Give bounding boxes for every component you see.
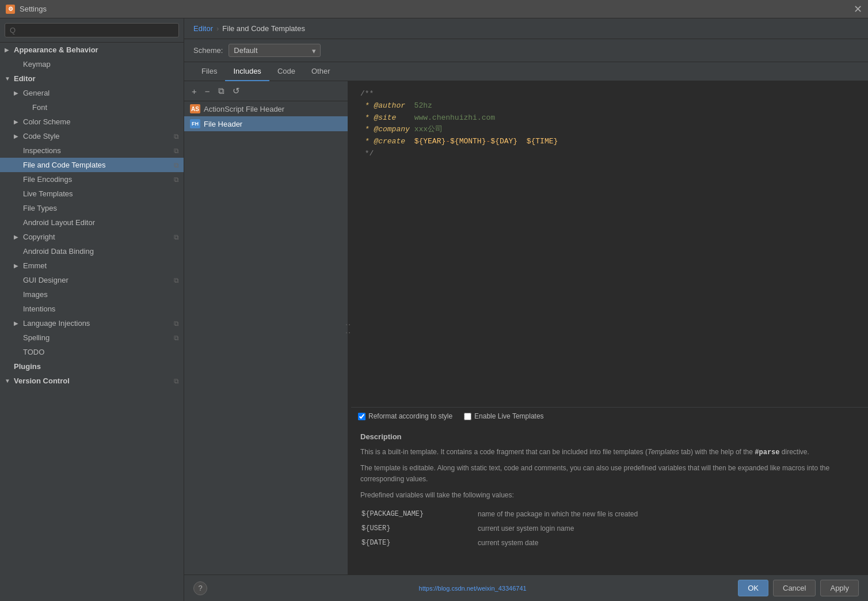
- sidebar-item-codestyle[interactable]: ▶Code Style⧉: [0, 129, 184, 143]
- sidebar-item-filetypes[interactable]: File Types: [0, 201, 184, 215]
- copy-icon: ⧉: [174, 334, 179, 342]
- sidebar-item-label: Spelling: [23, 333, 174, 342]
- table-row: ${DATE} current system date: [361, 537, 858, 550]
- file-item-label: File Header: [204, 120, 242, 128]
- arrow-icon: ▶: [14, 119, 23, 125]
- split-panel: + − ⧉ ↺ AS ActionScript File Header FH F…: [184, 81, 868, 575]
- sidebar-item-spelling[interactable]: Spelling⧉: [0, 330, 184, 345]
- actionscript-icon: AS: [190, 104, 200, 113]
- tab-code[interactable]: Code: [269, 62, 303, 81]
- breadcrumb-parent[interactable]: Editor: [193, 24, 213, 33]
- ok-button[interactable]: OK: [738, 580, 768, 596]
- table-row: ${PACKAGE_NAME} name of the package in w…: [361, 508, 858, 521]
- sidebar-item-filecodetemplates[interactable]: File and Code Templates⧉: [0, 158, 184, 172]
- sidebar-item-images[interactable]: Images: [0, 287, 184, 302]
- copy-button[interactable]: ⧉: [215, 85, 227, 97]
- arrow-icon: ▶: [14, 263, 23, 269]
- file-item-label: ActionScript File Header: [204, 105, 284, 113]
- scheme-select[interactable]: Default Project: [229, 44, 321, 57]
- sidebar-item-guidesigner[interactable]: GUI Designer⧉: [0, 273, 184, 287]
- sidebar-item-intentions[interactable]: Intentions: [0, 302, 184, 316]
- content-area: Editor › File and Code Templates Scheme:…: [184, 18, 868, 601]
- var-name-3: ${DATE}: [361, 537, 477, 550]
- apply-button[interactable]: Apply: [820, 580, 859, 596]
- description-title: Description: [360, 432, 859, 441]
- add-button[interactable]: +: [189, 85, 200, 97]
- arrow-icon: ▶: [14, 90, 23, 96]
- sidebar-search-area: [0, 18, 184, 43]
- description-variables-table: ${PACKAGE_NAME} name of the package in w…: [360, 507, 859, 551]
- description-panel: Description This is a built-in template.…: [351, 425, 868, 575]
- sidebar-item-copyright[interactable]: ▶Copyright⧉: [0, 230, 184, 244]
- sidebar-item-label: Emmet: [23, 261, 179, 270]
- cancel-button[interactable]: Cancel: [773, 580, 816, 596]
- bottom-bar: ? https://blog.csdn.net/weixin_43346741 …: [184, 575, 868, 601]
- title-bar: ⚙ Settings ✕: [0, 0, 868, 18]
- arrow-icon: ▼: [5, 378, 14, 384]
- help-button[interactable]: ?: [193, 581, 207, 595]
- sidebar-item-label: Copyright: [23, 233, 174, 241]
- copy-icon: ⧉: [174, 161, 179, 169]
- copy-icon: ⧉: [174, 132, 179, 140]
- sidebar-item-fileencodings[interactable]: File Encodings⧉: [0, 172, 184, 187]
- arrow-icon: ▶: [14, 133, 23, 139]
- copy-icon: ⧉: [174, 176, 179, 184]
- sidebar-item-emmet[interactable]: ▶Emmet: [0, 258, 184, 273]
- sidebar-item-inspections[interactable]: Inspections⧉: [0, 143, 184, 158]
- sidebar-item-colorscheme[interactable]: ▶Color Scheme: [0, 115, 184, 129]
- sidebar-item-languageinjections[interactable]: ▶Language Injections⧉: [0, 316, 184, 330]
- scheme-label: Scheme:: [193, 46, 223, 55]
- sidebar-item-androidlayouteditor[interactable]: Android Layout Editor: [0, 215, 184, 230]
- code-panel: /** * @author 52hz * @site www.chenhuizh…: [351, 81, 868, 425]
- sidebar-item-versioncontrol[interactable]: ▼Version Control⧉: [0, 374, 184, 388]
- copy-icon: ⧉: [174, 319, 179, 328]
- var-desc-3: current system date: [478, 537, 858, 550]
- sidebar-item-editor[interactable]: ▼Editor: [0, 71, 184, 86]
- scheme-select-wrapper: Default Project: [229, 44, 321, 57]
- sidebar-item-androiddatabinding[interactable]: Android Data Binding: [0, 244, 184, 258]
- code-options: Reformat according to style Enable Live …: [351, 407, 868, 425]
- sidebar-item-label: Color Scheme: [23, 117, 179, 126]
- sidebar-item-general[interactable]: ▶General: [0, 86, 184, 100]
- arrow-icon: ▶: [5, 47, 14, 53]
- sidebar-item-label: Version Control: [14, 376, 174, 385]
- copy-icon: ⧉: [174, 147, 179, 155]
- tab-files[interactable]: Files: [193, 62, 225, 81]
- window-title: Settings: [20, 5, 47, 13]
- sidebar-item-label: Language Injections: [23, 319, 174, 328]
- file-list-panel: + − ⧉ ↺ AS ActionScript File Header FH F…: [184, 81, 348, 575]
- reformat-checkbox[interactable]: [358, 413, 366, 420]
- code-editor[interactable]: /** * @author 52hz * @site www.chenhuizh…: [351, 81, 868, 407]
- sidebar-item-label: General: [23, 89, 179, 97]
- sidebar-item-plugins[interactable]: Plugins: [0, 359, 184, 374]
- sidebar-item-appearance[interactable]: ▶Appearance & Behavior: [0, 43, 184, 57]
- live-templates-option[interactable]: Enable Live Templates: [464, 412, 544, 420]
- search-input[interactable]: [5, 23, 179, 37]
- tab-includes[interactable]: Includes: [225, 62, 269, 81]
- var-name-1: ${PACKAGE_NAME}: [361, 508, 477, 521]
- file-item-actionscript[interactable]: AS ActionScript File Header: [184, 101, 348, 116]
- footer-link[interactable]: https://blog.csdn.net/weixin_43346741: [419, 585, 527, 592]
- sidebar-item-font[interactable]: Font: [0, 100, 184, 115]
- live-templates-checkbox[interactable]: [464, 413, 471, 420]
- remove-button[interactable]: −: [202, 85, 213, 97]
- var-desc-2: current user system login name: [478, 522, 858, 535]
- breadcrumb-current: File and Code Templates: [222, 24, 305, 33]
- reset-button[interactable]: ↺: [230, 85, 243, 97]
- file-item-fileheader[interactable]: FH File Header: [184, 116, 348, 131]
- sidebar-item-livetemplates[interactable]: Live Templates: [0, 187, 184, 201]
- reformat-option[interactable]: Reformat according to style: [358, 412, 452, 420]
- main-container: ▶Appearance & BehaviorKeymap▼Editor▶Gene…: [0, 18, 868, 601]
- sidebar-item-todo[interactable]: TODO: [0, 345, 184, 359]
- var-name-2: ${USER}: [361, 522, 477, 535]
- copy-icon: ⧉: [174, 233, 179, 241]
- sidebar-item-label: Live Templates: [23, 189, 179, 198]
- arrow-icon: ▶: [14, 320, 23, 326]
- sidebar-item-label: Android Layout Editor: [23, 218, 179, 227]
- description-body: This is a built-in template. It contains…: [360, 447, 859, 551]
- description-text3: Predefined variables will take the follo…: [360, 490, 859, 501]
- tab-other[interactable]: Other: [303, 62, 338, 81]
- sidebar-item-keymap[interactable]: Keymap: [0, 57, 184, 71]
- close-button[interactable]: ✕: [854, 4, 862, 14]
- table-row: ${USER} current user system login name: [361, 522, 858, 535]
